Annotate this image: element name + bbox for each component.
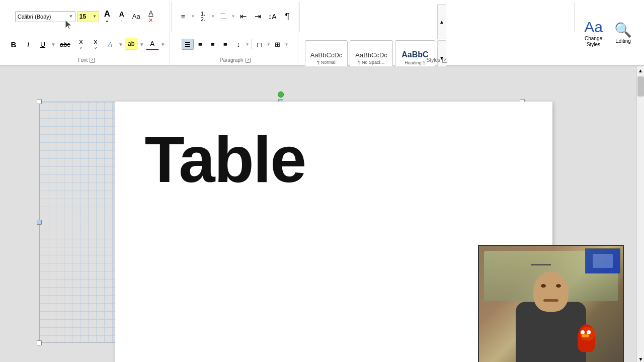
- font-group: Calibri (Body) ▼ 15 ▼ A+ A- Aa A✕ B I U …: [3, 2, 170, 65]
- font-group-footer: Font ↗: [3, 57, 170, 63]
- line-spacing-button[interactable]: ↕: [232, 38, 245, 50]
- strikethrough-button[interactable]: abc: [57, 38, 73, 50]
- ribbon: Calibri (Body) ▼ 15 ▼ A+ A- Aa A✕ B I U …: [0, 0, 644, 65]
- decrease-indent-button[interactable]: ⇤: [236, 11, 250, 23]
- font-dialog-launcher[interactable]: ↗: [90, 58, 95, 63]
- change-styles-button[interactable]: Aa Change Styles: [580, 14, 607, 54]
- styles-group-footer: Styles ↗: [301, 57, 573, 63]
- text-effects-button[interactable]: A: [104, 38, 117, 50]
- italic-button[interactable]: I: [22, 38, 35, 50]
- shading-button[interactable]: ◻: [253, 38, 266, 50]
- styles-scroll-up[interactable]: ▲: [437, 4, 446, 39]
- styles-dialog-launcher[interactable]: ↗: [442, 58, 447, 63]
- multilevel-list-button[interactable]: ·—··—: [216, 11, 229, 23]
- document-text[interactable]: Table: [145, 127, 306, 192]
- handle-mid-left[interactable]: [37, 220, 42, 225]
- align-right-button[interactable]: ≡: [207, 39, 219, 50]
- font-name-value: Calibri (Body): [18, 14, 68, 20]
- vertical-scrollbar[interactable]: ▲ ▼: [636, 66, 644, 362]
- underline-button[interactable]: U: [36, 38, 49, 50]
- styles-group: AaBbCcDc ¶ Normal AaBbCcDc ¶ No Spaci… A…: [301, 2, 573, 65]
- paragraph-dialog-launcher[interactable]: ↗: [246, 58, 251, 63]
- person-head: [533, 272, 569, 312]
- handle-rotate[interactable]: [278, 92, 284, 98]
- webcam-thumbnail: [585, 248, 620, 274]
- sep3: [574, 2, 575, 32]
- align-left-button[interactable]: ☰: [182, 39, 194, 50]
- handle-top-left[interactable]: [37, 99, 42, 104]
- paragraph-group: ≡ ▼ 1.2. ▼ ·—··— ▼ ⇤ ⇥ ↕A ¶ ☰ ≡ ≡ ≡ ↕ ▼ …: [173, 2, 298, 65]
- shrink-font-button[interactable]: A-: [115, 11, 128, 23]
- ribbon-end: Aa Change Styles 🔍 Editing: [576, 2, 641, 65]
- webcam-overlay: [478, 245, 624, 362]
- webcam-feed: [479, 246, 623, 362]
- increase-indent-button[interactable]: ⇥: [251, 11, 264, 23]
- change-case-button[interactable]: Aa: [130, 11, 143, 23]
- font-size-value: 15: [79, 13, 92, 20]
- font-name-dropdown[interactable]: Calibri (Body) ▼: [15, 11, 75, 22]
- bold-button[interactable]: B: [7, 38, 20, 50]
- font-size-arrow: ▼: [93, 14, 97, 19]
- subscript-button[interactable]: X2: [74, 38, 88, 50]
- sep1: [171, 2, 172, 32]
- bullets-button[interactable]: ≡: [177, 11, 190, 23]
- grow-font-button[interactable]: A+: [101, 11, 114, 23]
- document-area: Table: [0, 66, 636, 362]
- scroll-down-button[interactable]: ▼: [637, 355, 644, 362]
- borders-button[interactable]: ⊞: [271, 38, 284, 50]
- paragraph-group-label: Paragraph: [220, 57, 244, 63]
- numbering-button[interactable]: 1.2.: [197, 11, 210, 23]
- font-group-label: Font: [77, 57, 88, 63]
- sep2: [299, 2, 300, 32]
- main-area: Table: [0, 66, 644, 362]
- paragraph-group-footer: Paragraph ↗: [173, 57, 298, 63]
- scroll-thumb[interactable]: [637, 76, 644, 97]
- text-highlight-button[interactable]: ab: [125, 38, 138, 50]
- editing-button[interactable]: 🔍 Editing: [609, 14, 637, 54]
- clear-formatting-button[interactable]: A✕: [144, 11, 157, 23]
- font-color-button[interactable]: A: [146, 38, 159, 50]
- show-marks-button[interactable]: ¶: [281, 11, 294, 23]
- change-styles-icon: Aa: [584, 20, 603, 35]
- superscript-button[interactable]: X2: [89, 38, 102, 50]
- align-center-button[interactable]: ≡: [194, 39, 206, 50]
- font-name-arrow: ▼: [69, 14, 73, 19]
- font-size-dropdown[interactable]: 15 ▼: [77, 11, 99, 22]
- scroll-up-button[interactable]: ▲: [637, 66, 644, 74]
- styles-group-label: Styles: [427, 57, 440, 63]
- sort-button[interactable]: ↕A: [266, 11, 279, 23]
- elmo-plush: [578, 324, 595, 352]
- editing-icon: 🔍: [614, 23, 632, 37]
- handle-bot-left[interactable]: [37, 340, 42, 345]
- justify-button[interactable]: ≡: [219, 39, 231, 50]
- change-styles-label: Change Styles: [585, 36, 602, 48]
- editing-label: Editing: [615, 38, 631, 44]
